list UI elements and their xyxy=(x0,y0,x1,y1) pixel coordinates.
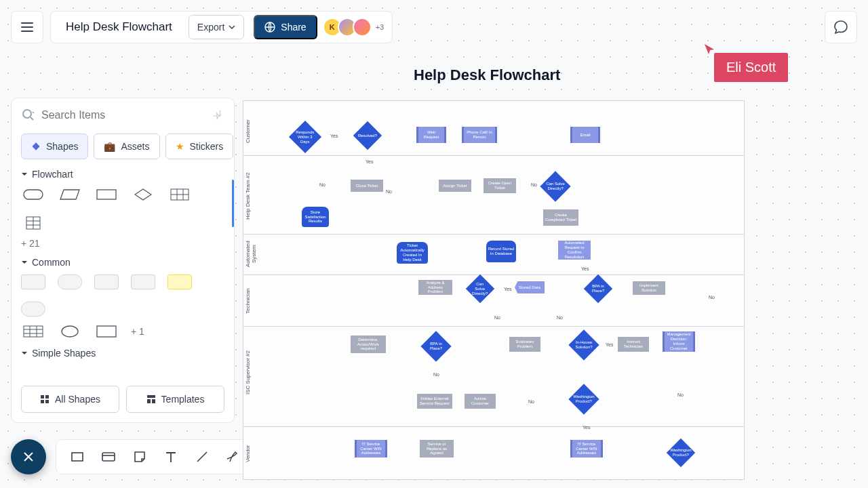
node-database[interactable]: Store Satisfaction Results xyxy=(302,207,329,227)
node-decision[interactable]: Responds Within 3 Days xyxy=(289,121,321,153)
tab-label: Stickers xyxy=(190,141,224,152)
node-data[interactable]: Stored Data xyxy=(515,281,545,293)
tab-assets[interactable]: 💼 Assets xyxy=(94,134,159,159)
share-button[interactable]: Share xyxy=(254,15,317,39)
page-title[interactable]: Help Desk Flowchart xyxy=(59,20,179,34)
shape-common[interactable] xyxy=(58,274,82,289)
more-avatars[interactable]: +3 xyxy=(376,23,384,31)
chat-icon xyxy=(833,20,848,35)
node-process[interactable]: Instruct Technician xyxy=(618,337,649,352)
svg-rect-12 xyxy=(41,400,44,403)
button-label: All Shapes xyxy=(55,394,100,405)
node-process[interactable]: Automated Request to Confirm Resolution xyxy=(558,241,591,260)
node-predefined[interactable]: Email xyxy=(570,127,600,143)
node-decision[interactable]: BPA in Place? xyxy=(420,331,451,361)
node-predefined[interactable]: Phone Call/ In Person xyxy=(462,127,497,143)
shape-ellipse[interactable] xyxy=(58,323,82,340)
shape-common[interactable] xyxy=(94,274,119,289)
node-process[interactable]: Service or Replace as Agreed xyxy=(420,440,454,458)
group-simple[interactable]: Simple Shapes xyxy=(21,348,224,359)
flowchart-more[interactable]: + 21 xyxy=(21,238,224,249)
node-process[interactable]: Assign Ticket xyxy=(439,180,471,192)
node-process[interactable]: Close Ticket xyxy=(351,180,383,192)
collaborator-avatars[interactable]: K +3 xyxy=(327,18,384,37)
comment-button[interactable] xyxy=(825,11,857,43)
all-shapes-button[interactable]: All Shapes xyxy=(21,386,119,413)
node-predefined[interactable]: IT Service Center W/N Addresses xyxy=(570,440,603,458)
tool-sticky[interactable] xyxy=(131,448,149,466)
tab-stickers[interactable]: ★ Stickers xyxy=(165,134,234,159)
shape-table2[interactable] xyxy=(21,215,45,231)
globe-icon xyxy=(264,22,275,33)
node-process[interactable]: Initiate External Service Request xyxy=(417,394,452,409)
edge-label: Yes xyxy=(606,342,613,347)
canvas-title: Help Desk Flowchart xyxy=(414,66,560,84)
shape-rect[interactable] xyxy=(94,323,119,340)
shape-table[interactable] xyxy=(167,186,192,203)
tool-rectangle[interactable] xyxy=(68,448,86,466)
export-button[interactable]: Export xyxy=(189,15,244,39)
common-more[interactable]: + 1 xyxy=(131,326,144,337)
button-label: Templates xyxy=(161,394,205,405)
canvas-frame[interactable]: Customer Help Desk Team #2 Automated Sys… xyxy=(243,100,745,480)
node-predefined[interactable]: IT Service Center W/N Addresses xyxy=(355,440,387,458)
shape-common[interactable] xyxy=(21,274,45,289)
tool-pen[interactable] xyxy=(224,448,242,466)
edge-label: Yes xyxy=(330,134,338,138)
scrollbar[interactable] xyxy=(232,180,234,227)
edge-label: No xyxy=(433,372,439,377)
node-decision[interactable]: Washington Product? xyxy=(667,439,695,467)
search-input[interactable] xyxy=(41,109,207,121)
node-decision[interactable]: BPA in Place? xyxy=(584,274,612,303)
svg-rect-14 xyxy=(147,395,155,398)
node-decision[interactable]: Can Solve Directly? xyxy=(540,171,570,201)
node-process[interactable]: Advise Customer xyxy=(465,394,496,409)
tool-text[interactable] xyxy=(162,448,180,466)
node-decision[interactable]: Can Solve Directly? xyxy=(466,274,494,303)
node-process[interactable]: Create Open Ticket xyxy=(484,178,516,193)
edge-label: No xyxy=(677,392,684,397)
svg-rect-11 xyxy=(45,395,49,399)
lane-divider xyxy=(243,326,744,327)
close-fab[interactable] xyxy=(11,439,46,474)
group-common[interactable]: Common xyxy=(21,257,224,268)
tool-card[interactable] xyxy=(100,448,117,466)
shape-parallelogram[interactable] xyxy=(58,186,82,203)
node-decision[interactable]: Resolved? xyxy=(353,121,382,150)
edge-label: No xyxy=(494,315,500,320)
node-database[interactable]: Ticket Automatically Created In Help Des… xyxy=(397,242,428,264)
shape-sticky[interactable] xyxy=(167,274,192,289)
node-predefined[interactable]: Web Request xyxy=(416,127,446,143)
cursor-icon xyxy=(704,43,715,56)
lane-divider xyxy=(243,274,744,275)
group-flowchart[interactable]: Flowchart xyxy=(21,169,224,180)
avatar[interactable] xyxy=(353,18,372,37)
shape-terminator[interactable] xyxy=(21,186,45,203)
shape-common[interactable] xyxy=(21,302,45,317)
node-process[interactable]: Evaluates Problem xyxy=(509,337,540,352)
menu-button[interactable] xyxy=(11,11,43,43)
tab-label: Assets xyxy=(121,141,149,152)
node-process[interactable]: Implement Solution xyxy=(633,281,665,295)
tab-shapes[interactable]: Shapes xyxy=(21,134,88,159)
node-database[interactable]: Record Stored In Database xyxy=(486,241,516,262)
edge-label: No xyxy=(531,182,537,187)
shape-diamond[interactable] xyxy=(131,186,155,203)
lane-divider xyxy=(243,426,744,427)
svg-rect-15 xyxy=(147,399,151,403)
tool-line[interactable] xyxy=(193,448,211,466)
pin-icon[interactable] xyxy=(212,109,224,121)
node-predefined[interactable]: Management Decision: Inform Customer xyxy=(663,331,695,352)
svg-point-8 xyxy=(62,326,78,337)
shape-common[interactable] xyxy=(131,274,155,289)
node-process[interactable]: Determine, Action/Work required xyxy=(351,336,386,353)
shape-rectangle[interactable] xyxy=(94,186,119,203)
node-decision[interactable]: Washington Product? xyxy=(568,384,599,414)
node-process[interactable]: Analyze & Address Problem xyxy=(418,280,452,295)
shape-grid[interactable] xyxy=(21,323,45,340)
svg-rect-9 xyxy=(97,326,116,337)
node-decision[interactable]: In-House Solution? xyxy=(568,329,599,360)
templates-button[interactable]: Templates xyxy=(126,386,224,413)
edge-label: No xyxy=(709,295,715,300)
node-process[interactable]: Create Completed Ticket xyxy=(543,209,578,226)
